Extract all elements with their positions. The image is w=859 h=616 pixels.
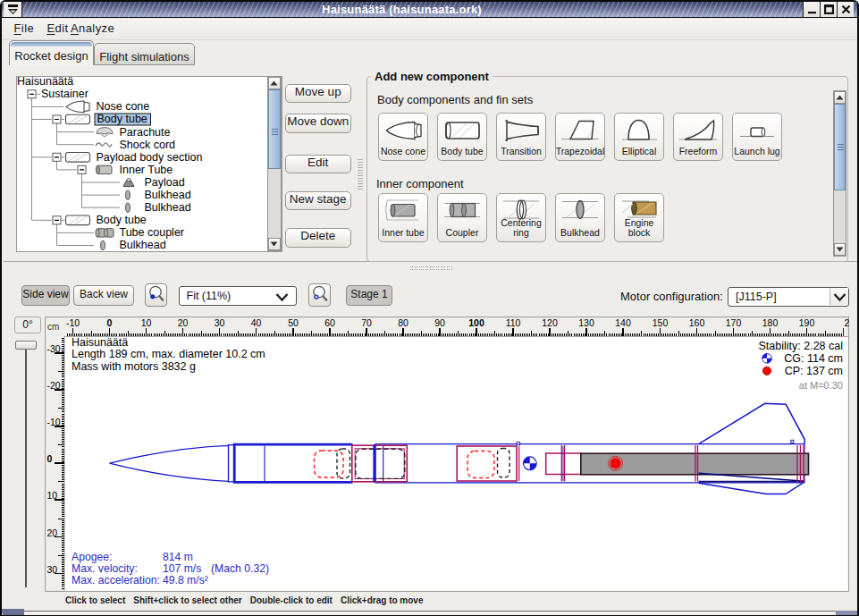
svg-text:-20: -20 (47, 380, 61, 391)
svg-text:Apogee:: Apogee: (72, 551, 112, 563)
svg-text:150: 150 (653, 317, 669, 328)
svg-text:-10: -10 (66, 317, 80, 328)
svg-text:Shock cord: Shock cord (120, 139, 176, 151)
svg-text:0: 0 (107, 317, 113, 328)
svg-text:110: 110 (506, 317, 521, 328)
svg-text:Haisunäätä: Haisunäätä (72, 336, 128, 349)
svg-text:Max. velocity:: Max. velocity: (72, 562, 138, 575)
svg-text:Bulkhead: Bulkhead (145, 189, 191, 201)
svg-text:Nose cone: Nose cone (97, 100, 150, 113)
svg-text:Bulkhead: Bulkhead (145, 201, 191, 214)
svg-text:180: 180 (762, 317, 779, 328)
svg-text:Max. acceleration:: Max. acceleration: (72, 574, 160, 586)
svg-text:CP: 137 cm: CP: 137 cm (785, 365, 843, 377)
svg-text:Payload body section: Payload body section (97, 151, 203, 164)
svg-text:170: 170 (726, 317, 742, 328)
svg-text:Tube coupler: Tube coupler (120, 226, 185, 239)
svg-text:Payload: Payload (145, 176, 185, 189)
svg-text:20: 20 (178, 317, 189, 328)
svg-text:190: 190 (799, 317, 815, 328)
svg-text:60: 60 (324, 317, 335, 328)
svg-text:Bulkhead: Bulkhead (120, 239, 166, 251)
svg-text:Inner Tube: Inner Tube (120, 164, 173, 176)
svg-text:Stability: 2.28 cal: Stability: 2.28 cal (759, 340, 844, 352)
svg-text:2: 2 (845, 317, 850, 328)
svg-text:-10: -10 (47, 417, 61, 427)
svg-text:130: 130 (578, 317, 594, 328)
svg-text:10: 10 (141, 317, 152, 328)
svg-text:160: 160 (689, 317, 705, 328)
svg-text:-30: -30 (47, 343, 61, 354)
svg-text:30: 30 (47, 564, 58, 575)
svg-text:49.8 m/s²: 49.8 m/s² (163, 574, 208, 586)
svg-text:Body tube: Body tube (97, 214, 147, 226)
svg-text:Sustainer: Sustainer (41, 88, 88, 100)
svg-text:20: 20 (47, 527, 58, 538)
svg-text:30: 30 (215, 317, 225, 328)
svg-text:100: 100 (468, 317, 484, 328)
svg-text:cm: cm (47, 322, 59, 332)
svg-text:10: 10 (47, 490, 58, 501)
svg-text:Parachute: Parachute (120, 126, 171, 139)
svg-text:140: 140 (615, 317, 631, 328)
svg-text:80: 80 (398, 317, 408, 328)
svg-text:Length 189 cm, max. diameter 1: Length 189 cm, max. diameter 10.2 cm (72, 348, 265, 360)
svg-text:0: 0 (47, 453, 53, 464)
svg-text:Haisunäätä: Haisunäätä (17, 77, 73, 88)
svg-text:70: 70 (361, 317, 372, 328)
svg-text:107 m/s: 107 m/s (163, 562, 201, 575)
svg-text:Mass with motors 3832 g: Mass with motors 3832 g (72, 360, 196, 373)
svg-text:40: 40 (251, 317, 262, 328)
svg-text:(Mach 0.32): (Mach 0.32) (211, 562, 269, 575)
svg-text:814 m: 814 m (163, 551, 193, 563)
svg-text:Body tube: Body tube (97, 113, 147, 125)
svg-text:50: 50 (288, 317, 299, 328)
svg-text:CG: 114 cm: CG: 114 cm (784, 352, 843, 365)
svg-text:120: 120 (542, 317, 558, 328)
svg-text:at M=0.30: at M=0.30 (799, 380, 843, 391)
svg-text:90: 90 (434, 317, 445, 328)
